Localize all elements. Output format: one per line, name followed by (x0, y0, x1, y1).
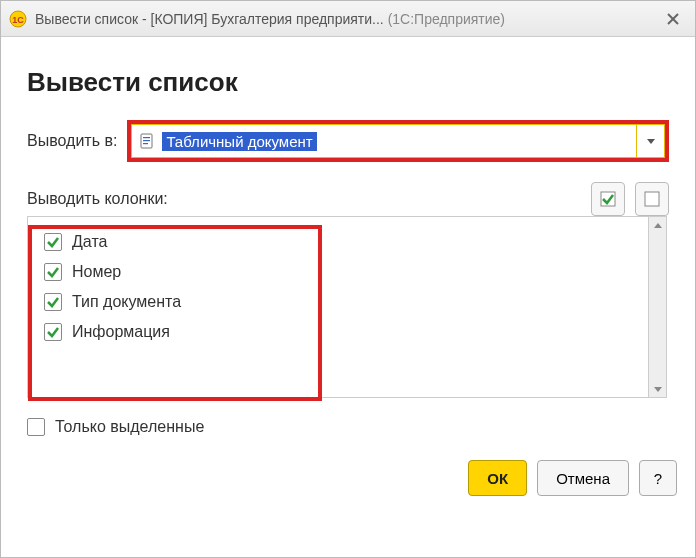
cancel-button[interactable]: Отмена (537, 460, 629, 496)
columns-list: Дата Номер Тип документа (28, 217, 666, 397)
output-to-value: Табличный документ (162, 132, 316, 151)
close-button[interactable] (659, 8, 687, 30)
list-item-label: Номер (72, 263, 121, 281)
titlebar: 1C Вывести список - [КОПИЯ] Бухгалтерия … (1, 1, 695, 37)
list-item[interactable]: Дата (42, 227, 634, 257)
columns-row: Выводить колонки: (27, 182, 669, 216)
window-title-main: Вывести список - [КОПИЯ] Бухгалтерия пре… (35, 11, 384, 27)
scrollbar[interactable] (648, 217, 666, 397)
button-row: ОК Отмена ? (1, 448, 695, 514)
output-to-label: Выводить в: (27, 132, 117, 150)
list-item[interactable]: Информация (42, 317, 634, 347)
page-title: Вывести список (27, 67, 669, 98)
window-title-suffix: (1С:Предприятие) (388, 11, 505, 27)
window-title: Вывести список - [КОПИЯ] Бухгалтерия пре… (35, 11, 659, 27)
svg-text:1C: 1C (12, 15, 24, 25)
svg-rect-6 (143, 140, 150, 141)
output-to-combo[interactable]: Табличный документ (131, 124, 665, 158)
checkbox[interactable] (44, 233, 62, 251)
columns-label: Выводить колонки: (27, 190, 581, 208)
svg-rect-5 (143, 137, 150, 138)
checkbox[interactable] (44, 263, 62, 281)
check-all-button[interactable] (591, 182, 625, 216)
help-button[interactable]: ? (639, 460, 677, 496)
checkbox[interactable] (44, 293, 62, 311)
svg-marker-11 (654, 223, 662, 228)
output-to-row: Выводить в: Табличный документ (27, 120, 669, 162)
app-icon: 1C (9, 10, 27, 28)
svg-marker-12 (654, 387, 662, 392)
scroll-down-icon[interactable] (649, 381, 666, 397)
combo-dropdown-arrow[interactable] (636, 125, 664, 157)
list-item-label: Тип документа (72, 293, 181, 311)
svg-marker-8 (647, 139, 655, 144)
list-item[interactable]: Тип документа (42, 287, 634, 317)
only-selected-row[interactable]: Только выделенные (27, 418, 669, 436)
ok-button[interactable]: ОК (468, 460, 527, 496)
uncheck-all-button[interactable] (635, 182, 669, 216)
only-selected-label: Только выделенные (55, 418, 204, 436)
document-icon (138, 132, 156, 150)
list-item-label: Дата (72, 233, 107, 251)
svg-rect-7 (143, 143, 148, 144)
checkbox[interactable] (44, 323, 62, 341)
list-item-label: Информация (72, 323, 170, 341)
scroll-up-icon[interactable] (649, 217, 666, 233)
checkbox[interactable] (27, 418, 45, 436)
svg-rect-10 (645, 192, 659, 206)
list-item[interactable]: Номер (42, 257, 634, 287)
output-to-highlight: Табличный документ (127, 120, 669, 162)
